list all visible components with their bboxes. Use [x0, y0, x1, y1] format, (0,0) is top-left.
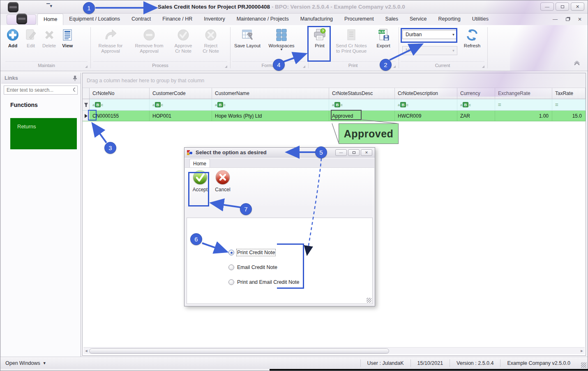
approve-cr-note-button[interactable]: Approve Cr Note	[169, 27, 198, 56]
status-combobox[interactable]: New ▼	[402, 46, 457, 55]
horizontal-scrollbar[interactable]: ◄ ►	[83, 347, 585, 354]
add-button[interactable]: Add	[4, 27, 22, 50]
close-button[interactable]: ✕	[571, 2, 584, 11]
cell-crnoteno[interactable]: CN0000155	[90, 111, 150, 121]
column-header-crnotestatusdesc[interactable]: CrNoteStatusDesc	[329, 88, 395, 99]
search-icon[interactable]	[73, 87, 75, 93]
ribbon-restore-icon[interactable]	[566, 18, 570, 21]
scroll-right-icon[interactable]: ►	[579, 348, 584, 354]
option-label[interactable]: Email Credit Note	[237, 264, 277, 270]
grid-group-panel[interactable]: Drag a column header here to group by th…	[83, 73, 586, 88]
window-title-main: Sales Credit Notes for Project PRJ000040…	[158, 4, 270, 10]
filter-customercode[interactable]: aBc	[150, 99, 212, 111]
dialog-close-button[interactable]: ✕	[361, 149, 372, 156]
open-windows-button[interactable]: Open Windows ▼	[0, 360, 46, 366]
dialog-resize-grip[interactable]	[367, 298, 371, 303]
filter-taxrate[interactable]: =	[552, 99, 586, 111]
cancel-button[interactable]: Cancel	[213, 169, 233, 192]
workspaces-icon	[275, 28, 288, 42]
tab-contract[interactable]: Contract	[126, 14, 157, 25]
row-selector[interactable]	[83, 111, 90, 121]
tab-sales[interactable]: Sales	[380, 14, 404, 25]
tab-procurement[interactable]: Procurement	[339, 14, 380, 25]
ribbon-minimize-icon[interactable]: —	[553, 16, 558, 22]
radio-icon[interactable]	[228, 279, 234, 285]
ribbon-collapse-chevron-icon[interactable]	[574, 60, 580, 67]
tab-reporting[interactable]: Reporting	[433, 14, 466, 25]
print-button[interactable]: ? Print	[309, 27, 331, 50]
accept-check-icon	[193, 170, 207, 184]
remove-from-approval-button[interactable]: Remove from Approval	[129, 27, 169, 56]
grid-header-row: CrNoteNo CustomerCode CustomerName CrNot…	[83, 88, 586, 99]
column-header-customername[interactable]: CustomerName	[212, 88, 329, 99]
workspaces-button[interactable]: Workspaces ▼	[264, 27, 299, 53]
delete-button[interactable]: Delete	[40, 27, 58, 50]
radio-selected-icon[interactable]	[228, 250, 234, 255]
dialog-minimize-button[interactable]: —	[335, 149, 347, 156]
save-layout-button[interactable]: Save Layout	[231, 27, 264, 50]
open-windows-label: Open Windows	[5, 360, 40, 366]
equals-filter-icon: =	[555, 102, 558, 108]
print-queue-icon	[345, 28, 358, 42]
column-header-crnotedescription[interactable]: CrNoteDescription	[395, 88, 457, 99]
refresh-button[interactable]: Refresh	[460, 27, 484, 50]
filter-currency[interactable]: aBc	[457, 99, 495, 111]
tab-maintenance-projects[interactable]: Maintenance / Projects	[231, 14, 295, 25]
cell-exchangerate[interactable]: 1.00	[495, 111, 552, 121]
column-header-customercode[interactable]: CustomerCode	[150, 88, 212, 99]
application-button[interactable]	[7, 14, 36, 25]
scrollbar-thumb[interactable]	[89, 348, 389, 354]
tab-inventory[interactable]: Inventory	[198, 14, 231, 25]
cell-currency[interactable]: ZAR	[457, 111, 495, 121]
column-header-exchangerate[interactable]: ExchangeRate	[495, 88, 552, 99]
release-for-approval-button[interactable]: Release for Approval	[92, 27, 129, 56]
workspaces-dropdown-icon: ▼	[280, 49, 283, 51]
column-header-currency[interactable]: Currency	[457, 88, 495, 99]
view-button[interactable]: View	[58, 27, 76, 50]
save-layout-label: Save Layout	[234, 43, 261, 49]
filter-crnotedescription[interactable]: aBc	[395, 99, 457, 111]
filter-exchangerate[interactable]: =	[495, 99, 552, 111]
cell-description[interactable]: HWCR009	[395, 111, 457, 121]
site-combobox-dropdown-icon[interactable]: ▼	[450, 30, 457, 39]
cancel-label: Cancel	[215, 187, 230, 192]
column-header-taxrate[interactable]: TaxRate	[552, 88, 586, 99]
accept-button[interactable]: Accept	[190, 169, 210, 192]
filter-crnoteno[interactable]: aBc	[90, 99, 150, 111]
maximize-button[interactable]	[556, 2, 569, 11]
tab-home[interactable]: Home	[37, 14, 63, 25]
scroll-left-icon[interactable]: ◄	[84, 348, 89, 354]
window-resize-grip[interactable]	[581, 362, 586, 368]
returns-function-button[interactable]: Returns	[10, 118, 77, 149]
site-combobox[interactable]: Durban ▼	[402, 30, 457, 39]
radio-icon[interactable]	[228, 264, 234, 270]
sidebar-search-input[interactable]	[4, 87, 73, 93]
ribbon-close-icon[interactable]: ✕	[578, 16, 582, 22]
edit-button[interactable]: Edit	[22, 27, 40, 50]
tab-manufacturing[interactable]: Manufacturing	[295, 14, 339, 25]
quick-access-caret-icon[interactable]: ▔▾	[46, 3, 52, 9]
cell-taxrate[interactable]: 15.0	[552, 111, 586, 121]
tab-equipment-locations[interactable]: Equipment / Locations	[63, 14, 126, 25]
tab-utilities[interactable]: Utilities	[466, 14, 494, 25]
option-label[interactable]: Print Credit Note	[237, 250, 275, 255]
option-print-credit-note[interactable]: Print Credit Note	[228, 250, 275, 255]
cell-customercode[interactable]: HOP001	[150, 111, 212, 121]
pin-icon[interactable]	[72, 75, 77, 81]
reject-cr-note-button[interactable]: Reject Cr Note	[198, 27, 224, 56]
filter-crnotestatusdesc[interactable]: aBc	[329, 99, 395, 111]
tab-finance-hr[interactable]: Finance / HR	[157, 14, 198, 25]
export-button[interactable]: XLSX Export	[372, 27, 395, 50]
dialog-maximize-button[interactable]	[348, 149, 360, 156]
dialog-tab-home[interactable]: Home	[189, 159, 210, 167]
remove-circle-icon	[143, 28, 156, 42]
cell-customername[interactable]: Hope Works (Pty) Ltd	[212, 111, 329, 121]
group-label-maintain: Maintain	[5, 61, 88, 69]
filter-customername[interactable]: aBc	[212, 99, 329, 111]
send-to-print-queue-button[interactable]: Send Cr Notes to Print Queue	[331, 27, 372, 56]
option-email-credit-note[interactable]: Email Credit Note	[228, 264, 277, 270]
column-header-crnoteno[interactable]: CrNoteNo	[90, 88, 150, 99]
tab-service[interactable]: Service	[404, 14, 433, 25]
minimize-button[interactable]: —	[540, 2, 554, 11]
filter-funnel-icon	[84, 102, 88, 107]
